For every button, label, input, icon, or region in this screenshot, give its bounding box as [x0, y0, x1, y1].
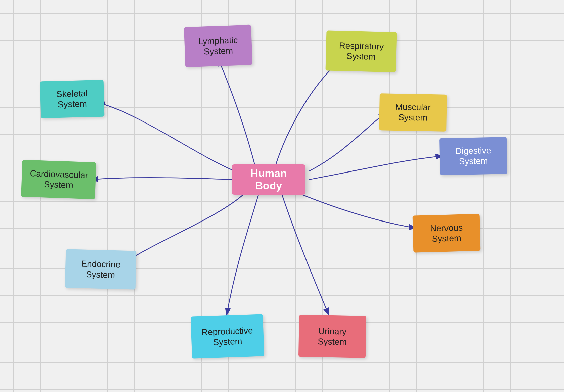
node-reproductive: ReproductiveSystem: [191, 314, 264, 358]
respiratory-label: RespiratorySystem: [339, 40, 384, 62]
node-urinary: UrinarySystem: [298, 315, 366, 358]
node-muscular: MuscularSystem: [379, 93, 447, 131]
node-respiratory: RespiratorySystem: [325, 30, 397, 72]
reproductive-label: ReproductiveSystem: [201, 325, 253, 348]
node-endocrine: EndocrineSystem: [65, 249, 137, 289]
node-nervous: NervousSystem: [413, 214, 481, 252]
nervous-label: NervousSystem: [430, 223, 463, 244]
mind-map: Human Body LymphaticSystem RespiratorySy…: [0, 0, 564, 392]
node-cardiovascular: CardiovascularSystem: [21, 160, 96, 199]
center-node: Human Body: [232, 164, 306, 195]
digestive-label: DigestiveSystem: [455, 145, 491, 167]
center-label: Human Body: [238, 167, 299, 192]
urinary-label: UrinarySystem: [318, 326, 347, 347]
node-lymphatic: LymphaticSystem: [184, 25, 252, 67]
node-digestive: DigestiveSystem: [439, 137, 507, 175]
cardiovascular-label: CardiovascularSystem: [29, 168, 88, 191]
endocrine-label: EndocrineSystem: [81, 258, 121, 280]
lymphatic-label: LymphaticSystem: [198, 35, 238, 57]
muscular-label: MuscularSystem: [395, 102, 431, 123]
node-skeletal: SkeletalSystem: [40, 80, 105, 118]
skeletal-label: SkeletalSystem: [56, 88, 88, 110]
